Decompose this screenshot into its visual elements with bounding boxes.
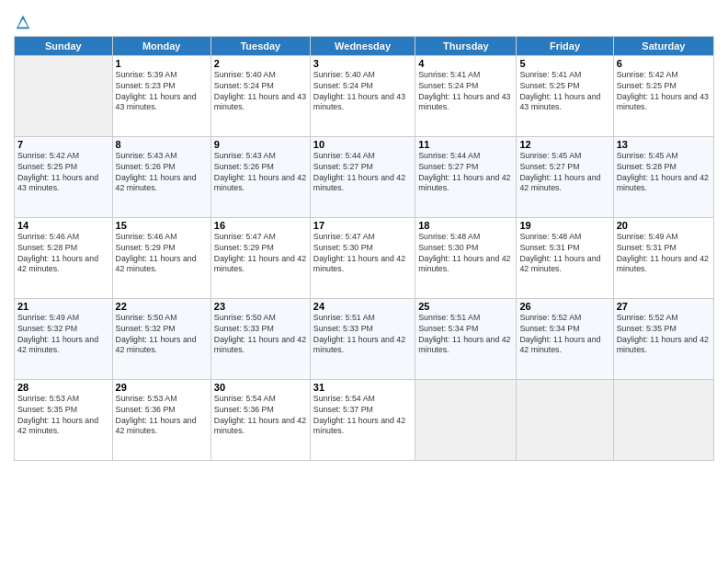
calendar-cell: 21 Sunrise: 5:49 AM Sunset: 5:32 PM Dayl… bbox=[15, 298, 113, 379]
day-info: Sunrise: 5:41 AM Sunset: 5:24 PM Dayligh… bbox=[418, 70, 513, 114]
calendar-week-row: 1 Sunrise: 5:39 AM Sunset: 5:23 PM Dayli… bbox=[15, 55, 714, 136]
day-info: Sunrise: 5:47 AM Sunset: 5:29 PM Dayligh… bbox=[214, 232, 307, 276]
day-header-tuesday: Tuesday bbox=[210, 36, 310, 55]
day-number: 19 bbox=[519, 220, 609, 231]
day-info: Sunrise: 5:47 AM Sunset: 5:30 PM Dayligh… bbox=[313, 232, 412, 276]
day-number: 26 bbox=[519, 301, 609, 312]
day-number: 8 bbox=[116, 139, 208, 150]
day-number: 17 bbox=[313, 220, 412, 231]
day-number: 6 bbox=[617, 58, 711, 69]
calendar-cell: 28 Sunrise: 5:53 AM Sunset: 5:35 PM Dayl… bbox=[15, 379, 113, 460]
calendar-cell: 23 Sunrise: 5:50 AM Sunset: 5:33 PM Dayl… bbox=[210, 298, 310, 379]
day-info: Sunrise: 5:51 AM Sunset: 5:33 PM Dayligh… bbox=[313, 313, 412, 357]
day-number: 10 bbox=[313, 139, 412, 150]
day-number: 18 bbox=[418, 220, 513, 231]
day-info: Sunrise: 5:52 AM Sunset: 5:34 PM Dayligh… bbox=[519, 313, 609, 357]
calendar-cell: 13 Sunrise: 5:45 AM Sunset: 5:28 PM Dayl… bbox=[613, 136, 713, 217]
day-number: 14 bbox=[17, 220, 109, 231]
day-number: 2 bbox=[214, 58, 307, 69]
day-header-wednesday: Wednesday bbox=[310, 36, 415, 55]
calendar-cell: 2 Sunrise: 5:40 AM Sunset: 5:24 PM Dayli… bbox=[210, 55, 310, 136]
day-info: Sunrise: 5:42 AM Sunset: 5:25 PM Dayligh… bbox=[617, 70, 711, 114]
calendar-cell: 10 Sunrise: 5:44 AM Sunset: 5:27 PM Dayl… bbox=[310, 136, 415, 217]
calendar-cell: 25 Sunrise: 5:51 AM Sunset: 5:34 PM Dayl… bbox=[415, 298, 517, 379]
calendar-cell: 18 Sunrise: 5:48 AM Sunset: 5:30 PM Dayl… bbox=[415, 217, 517, 298]
calendar-cell: 16 Sunrise: 5:47 AM Sunset: 5:29 PM Dayl… bbox=[210, 217, 310, 298]
day-info: Sunrise: 5:49 AM Sunset: 5:31 PM Dayligh… bbox=[617, 232, 711, 276]
day-number: 11 bbox=[418, 139, 513, 150]
calendar-week-row: 28 Sunrise: 5:53 AM Sunset: 5:35 PM Dayl… bbox=[15, 379, 714, 460]
day-number: 4 bbox=[418, 58, 513, 69]
day-info: Sunrise: 5:45 AM Sunset: 5:27 PM Dayligh… bbox=[519, 151, 609, 195]
calendar-cell: 7 Sunrise: 5:42 AM Sunset: 5:25 PM Dayli… bbox=[15, 136, 113, 217]
calendar-cell: 27 Sunrise: 5:52 AM Sunset: 5:35 PM Dayl… bbox=[613, 298, 713, 379]
day-number: 30 bbox=[214, 382, 307, 393]
day-number: 25 bbox=[418, 301, 513, 312]
calendar-cell: 6 Sunrise: 5:42 AM Sunset: 5:25 PM Dayli… bbox=[613, 55, 713, 136]
day-number: 5 bbox=[519, 58, 609, 69]
day-number: 24 bbox=[313, 301, 412, 312]
calendar-cell: 15 Sunrise: 5:46 AM Sunset: 5:29 PM Dayl… bbox=[112, 217, 210, 298]
day-header-monday: Monday bbox=[112, 36, 210, 55]
calendar-cell: 31 Sunrise: 5:54 AM Sunset: 5:37 PM Dayl… bbox=[310, 379, 415, 460]
calendar-cell: 20 Sunrise: 5:49 AM Sunset: 5:31 PM Dayl… bbox=[613, 217, 713, 298]
day-info: Sunrise: 5:40 AM Sunset: 5:24 PM Dayligh… bbox=[214, 70, 307, 114]
calendar-cell: 29 Sunrise: 5:53 AM Sunset: 5:36 PM Dayl… bbox=[112, 379, 210, 460]
day-info: Sunrise: 5:46 AM Sunset: 5:28 PM Dayligh… bbox=[17, 232, 109, 276]
day-header-friday: Friday bbox=[517, 36, 613, 55]
calendar-week-row: 21 Sunrise: 5:49 AM Sunset: 5:32 PM Dayl… bbox=[15, 298, 714, 379]
calendar-cell: 1 Sunrise: 5:39 AM Sunset: 5:23 PM Dayli… bbox=[112, 55, 210, 136]
day-number: 13 bbox=[617, 139, 711, 150]
calendar-cell bbox=[613, 379, 713, 460]
day-number: 29 bbox=[116, 382, 208, 393]
day-info: Sunrise: 5:41 AM Sunset: 5:25 PM Dayligh… bbox=[519, 70, 609, 114]
calendar-cell bbox=[15, 55, 113, 136]
calendar-cell: 17 Sunrise: 5:47 AM Sunset: 5:30 PM Dayl… bbox=[310, 217, 415, 298]
day-info: Sunrise: 5:54 AM Sunset: 5:36 PM Dayligh… bbox=[214, 394, 307, 438]
day-info: Sunrise: 5:40 AM Sunset: 5:24 PM Dayligh… bbox=[313, 70, 412, 114]
calendar-week-row: 14 Sunrise: 5:46 AM Sunset: 5:28 PM Dayl… bbox=[15, 217, 714, 298]
day-number: 16 bbox=[214, 220, 307, 231]
day-info: Sunrise: 5:53 AM Sunset: 5:35 PM Dayligh… bbox=[17, 394, 109, 438]
day-number: 15 bbox=[116, 220, 208, 231]
day-info: Sunrise: 5:54 AM Sunset: 5:37 PM Dayligh… bbox=[313, 394, 412, 438]
day-info: Sunrise: 5:39 AM Sunset: 5:23 PM Dayligh… bbox=[116, 70, 208, 114]
calendar-header: SundayMondayTuesdayWednesdayThursdayFrid… bbox=[15, 36, 714, 55]
day-info: Sunrise: 5:43 AM Sunset: 5:26 PM Dayligh… bbox=[116, 151, 208, 195]
day-info: Sunrise: 5:48 AM Sunset: 5:30 PM Dayligh… bbox=[418, 232, 513, 276]
day-number: 22 bbox=[116, 301, 208, 312]
day-info: Sunrise: 5:44 AM Sunset: 5:27 PM Dayligh… bbox=[313, 151, 412, 195]
calendar-cell: 19 Sunrise: 5:48 AM Sunset: 5:31 PM Dayl… bbox=[517, 217, 613, 298]
calendar-cell: 11 Sunrise: 5:44 AM Sunset: 5:27 PM Dayl… bbox=[415, 136, 517, 217]
calendar-cell: 9 Sunrise: 5:43 AM Sunset: 5:26 PM Dayli… bbox=[210, 136, 310, 217]
day-info: Sunrise: 5:50 AM Sunset: 5:33 PM Dayligh… bbox=[214, 313, 307, 357]
day-number: 21 bbox=[17, 301, 109, 312]
day-number: 27 bbox=[617, 301, 711, 312]
calendar-cell: 26 Sunrise: 5:52 AM Sunset: 5:34 PM Dayl… bbox=[517, 298, 613, 379]
day-header-thursday: Thursday bbox=[415, 36, 517, 55]
logo bbox=[14, 13, 33, 31]
day-number: 31 bbox=[313, 382, 412, 393]
day-info: Sunrise: 5:46 AM Sunset: 5:29 PM Dayligh… bbox=[116, 232, 208, 276]
day-info: Sunrise: 5:50 AM Sunset: 5:32 PM Dayligh… bbox=[116, 313, 208, 357]
calendar-cell: 4 Sunrise: 5:41 AM Sunset: 5:24 PM Dayli… bbox=[415, 55, 517, 136]
day-number: 7 bbox=[17, 139, 109, 150]
day-info: Sunrise: 5:49 AM Sunset: 5:32 PM Dayligh… bbox=[17, 313, 109, 357]
day-header-saturday: Saturday bbox=[613, 36, 713, 55]
calendar-week-row: 7 Sunrise: 5:42 AM Sunset: 5:25 PM Dayli… bbox=[15, 136, 714, 217]
calendar-cell: 24 Sunrise: 5:51 AM Sunset: 5:33 PM Dayl… bbox=[310, 298, 415, 379]
calendar-cell: 30 Sunrise: 5:54 AM Sunset: 5:36 PM Dayl… bbox=[210, 379, 310, 460]
calendar-cell: 22 Sunrise: 5:50 AM Sunset: 5:32 PM Dayl… bbox=[112, 298, 210, 379]
day-number: 23 bbox=[214, 301, 307, 312]
day-number: 28 bbox=[17, 382, 109, 393]
day-info: Sunrise: 5:44 AM Sunset: 5:27 PM Dayligh… bbox=[418, 151, 513, 195]
calendar-cell: 12 Sunrise: 5:45 AM Sunset: 5:27 PM Dayl… bbox=[517, 136, 613, 217]
day-info: Sunrise: 5:45 AM Sunset: 5:28 PM Dayligh… bbox=[617, 151, 711, 195]
calendar-cell: 3 Sunrise: 5:40 AM Sunset: 5:24 PM Dayli… bbox=[310, 55, 415, 136]
day-number: 9 bbox=[214, 139, 307, 150]
day-number: 3 bbox=[313, 58, 412, 69]
calendar-cell bbox=[415, 379, 517, 460]
day-header-sunday: Sunday bbox=[15, 36, 113, 55]
calendar-cell: 14 Sunrise: 5:46 AM Sunset: 5:28 PM Dayl… bbox=[15, 217, 113, 298]
day-info: Sunrise: 5:51 AM Sunset: 5:34 PM Dayligh… bbox=[418, 313, 513, 357]
